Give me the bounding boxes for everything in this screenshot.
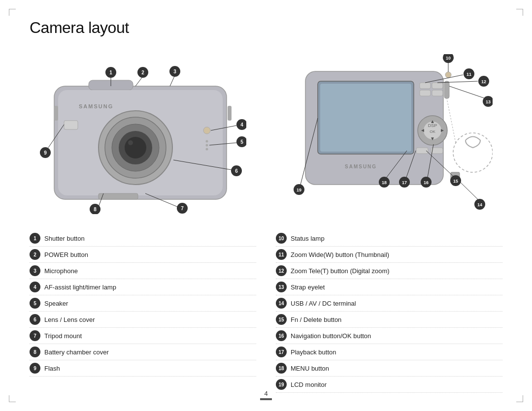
label-row: 11 Zoom Wide(W) button (Thumbnail): [276, 247, 502, 263]
label-row: 14 USB / AV / DC terminal: [276, 295, 502, 312]
svg-rect-47: [320, 84, 411, 152]
label-badge: 15: [276, 314, 287, 325]
label-text: Playback button: [291, 348, 336, 356]
svg-text:16: 16: [424, 180, 429, 185]
label-badge: 2: [30, 249, 40, 260]
label-text: Flash: [44, 365, 60, 372]
label-badge: 19: [276, 379, 287, 390]
label-text: AF-assist light/timer lamp: [44, 284, 116, 291]
label-text: Status lamp: [291, 235, 325, 242]
label-row: 3 Microphone: [30, 263, 256, 279]
svg-text:12: 12: [481, 79, 486, 84]
svg-point-67: [445, 72, 451, 78]
label-badge: 14: [276, 298, 287, 309]
label-row: 16 Navigation button/OK button: [276, 328, 502, 344]
svg-text:19: 19: [297, 188, 301, 192]
svg-rect-17: [99, 193, 138, 199]
corner-mark-tr: [516, 9, 523, 16]
label-text: Navigation button/OK button: [291, 332, 371, 340]
label-row: 13 Strap eyelet: [276, 279, 502, 295]
svg-text:2: 2: [141, 70, 144, 75]
label-row: 6 Lens / Lens cover: [30, 312, 256, 328]
label-row: 1 Shutter button: [30, 230, 256, 247]
labels-section: 1 Shutter button 2 POWER button 3 Microp…: [30, 230, 502, 393]
label-text: POWER button: [44, 251, 88, 258]
page-title: Camera layout: [30, 19, 129, 37]
label-badge: 4: [30, 282, 40, 292]
corner-mark-tl: [9, 9, 16, 16]
svg-text:4: 4: [240, 122, 243, 127]
svg-text:OK: OK: [430, 129, 435, 134]
label-row: 4 AF-assist light/timer lamp: [30, 279, 256, 295]
label-row: 19 LCD monitor: [276, 377, 502, 393]
svg-point-14: [206, 140, 208, 143]
svg-point-11: [203, 127, 210, 134]
label-badge: 12: [276, 265, 287, 276]
camera-front: SAMSUNG 1 2: [30, 49, 256, 226]
label-text: Lens / Lens cover: [44, 316, 95, 323]
svg-text:◄: ◄: [420, 127, 425, 133]
svg-text:13: 13: [486, 99, 491, 104]
svg-text:SAMSUNG: SAMSUNG: [79, 103, 113, 109]
label-badge: 18: [276, 363, 287, 374]
svg-point-12: [206, 144, 208, 147]
svg-rect-15: [54, 106, 58, 121]
label-row: 8 Battery chamber cover: [30, 344, 256, 360]
svg-text:9: 9: [44, 150, 47, 156]
svg-rect-49: [432, 83, 443, 89]
label-text: Shutter button: [44, 235, 85, 242]
label-badge: 9: [30, 363, 40, 374]
label-badge: 17: [276, 347, 287, 357]
svg-text:▼: ▼: [430, 136, 435, 141]
label-text: USB / AV / DC terminal: [291, 300, 356, 307]
label-badge: 6: [30, 314, 40, 325]
svg-rect-51: [432, 90, 443, 96]
svg-rect-10: [64, 121, 78, 129]
label-badge: 11: [276, 249, 287, 260]
front-labels-column: 1 Shutter button 2 POWER button 3 Microp…: [30, 230, 256, 393]
page-number: 4: [264, 390, 267, 397]
svg-point-8: [128, 140, 133, 145]
back-labels-column: 10 Status lamp 11 Zoom Wide(W) button (T…: [276, 230, 502, 393]
svg-line-24: [170, 75, 175, 86]
corner-mark-br: [516, 395, 523, 402]
label-row: 12 Zoom Tele(T) button (Digital zoom): [276, 263, 502, 279]
svg-rect-48: [420, 83, 431, 89]
svg-point-13: [206, 148, 208, 151]
label-row: 2 POWER button: [30, 247, 256, 263]
camera-back: DSP OK ▲ ▼ ◄ ► SAMSUNG: [276, 49, 502, 226]
svg-rect-50: [420, 90, 431, 96]
svg-text:8: 8: [94, 207, 97, 212]
label-row: 15 Fn / Delete button: [276, 312, 502, 328]
label-text: Fn / Delete button: [291, 316, 341, 323]
label-text: Speaker: [44, 300, 68, 307]
svg-text:1: 1: [109, 70, 112, 75]
label-text: Tripod mount: [44, 332, 82, 340]
label-badge: 1: [30, 233, 40, 244]
svg-line-21: [135, 76, 143, 86]
label-badge: 16: [276, 330, 287, 341]
label-badge: 3: [30, 265, 40, 276]
label-badge: 13: [276, 282, 287, 292]
label-text: Strap eyelet: [291, 284, 325, 291]
svg-text:10: 10: [446, 56, 451, 61]
svg-line-77: [449, 86, 485, 98]
label-badge: 10: [276, 233, 287, 244]
label-badge: 5: [30, 298, 40, 309]
svg-text:▲: ▲: [430, 119, 435, 124]
label-row: 18 MENU button: [276, 360, 502, 377]
label-text: Battery chamber cover: [44, 348, 109, 356]
svg-text:14: 14: [477, 202, 482, 207]
svg-text:3: 3: [173, 69, 176, 74]
svg-point-64: [453, 133, 493, 172]
svg-text:6: 6: [235, 168, 238, 174]
label-row: 7 Tripod mount: [30, 328, 256, 344]
svg-text:5: 5: [240, 139, 243, 145]
label-badge: 8: [30, 347, 40, 357]
svg-text:15: 15: [453, 179, 458, 184]
label-text: Zoom Wide(W) button (Thumbnail): [291, 251, 389, 258]
svg-text:17: 17: [402, 180, 407, 185]
svg-text:7: 7: [181, 206, 184, 211]
svg-rect-16: [228, 106, 232, 121]
label-text: Zoom Tele(T) button (Digital zoom): [291, 267, 390, 275]
